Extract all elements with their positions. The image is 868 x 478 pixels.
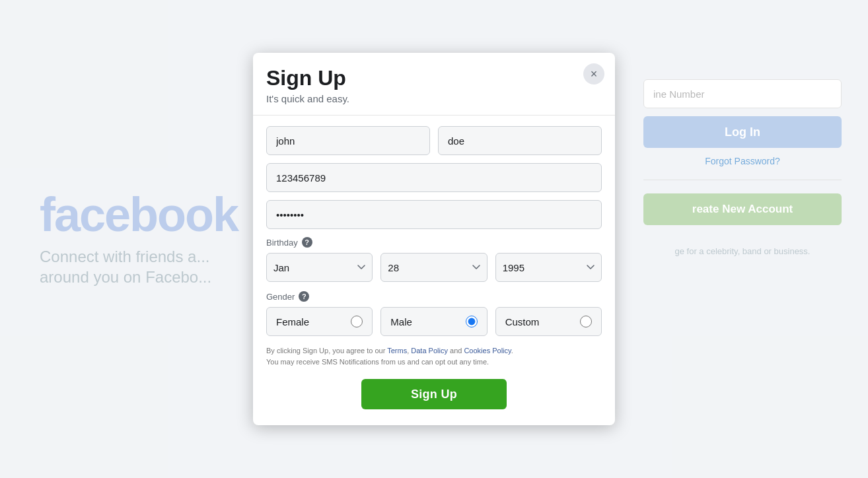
terms-text: By clicking Sign Up, you agree to our Te…: [266, 345, 602, 367]
gender-help-icon[interactable]: ?: [299, 291, 309, 302]
password-row: [266, 200, 602, 229]
signup-modal: Sign Up It's quick and easy. ×: [253, 53, 615, 425]
cookies-policy-link[interactable]: Cookies Policy: [464, 347, 511, 355]
modal-body: Birthday ? Jan Feb Mar Apr May Jun Jul A…: [253, 116, 615, 425]
last-name-input[interactable]: [438, 126, 602, 155]
modal-subtitle: It's quick and easy.: [266, 93, 602, 104]
gender-section: Gender ? Female Male Custom: [266, 291, 602, 336]
day-select[interactable]: 28 1 2: [380, 253, 487, 282]
modal-title: Sign Up: [266, 66, 602, 90]
gender-male-option[interactable]: Male: [380, 307, 487, 336]
gender-female-option[interactable]: Female: [266, 307, 373, 336]
gender-female-label: Female: [276, 316, 309, 327]
signup-button[interactable]: Sign Up: [361, 379, 507, 409]
close-button[interactable]: ×: [583, 63, 604, 85]
data-policy-link[interactable]: Data Policy: [411, 347, 448, 355]
gender-label-text: Gender: [266, 292, 295, 302]
gender-custom-option[interactable]: Custom: [495, 307, 602, 336]
birthday-label-row: Birthday ?: [266, 237, 602, 248]
gender-female-radio[interactable]: [351, 316, 363, 327]
password-input[interactable]: [266, 200, 602, 229]
email-input[interactable]: [266, 163, 602, 192]
birthday-label-text: Birthday: [266, 238, 298, 248]
terms-link[interactable]: Terms: [387, 347, 407, 355]
birthday-selects: Jan Feb Mar Apr May Jun Jul Aug Sep Oct …: [266, 253, 602, 282]
gender-options: Female Male Custom: [266, 307, 602, 336]
name-row: [266, 126, 602, 155]
email-row: [266, 163, 602, 192]
birthday-help-icon[interactable]: ?: [302, 237, 312, 248]
first-name-input[interactable]: [266, 126, 430, 155]
gender-label-row: Gender ?: [266, 291, 602, 302]
gender-custom-radio[interactable]: [580, 316, 592, 327]
gender-custom-label: Custom: [505, 316, 540, 327]
gender-male-label: Male: [390, 316, 412, 327]
modal-overlay: Sign Up It's quick and easy. ×: [0, 0, 868, 478]
modal-header: Sign Up It's quick and easy. ×: [253, 53, 615, 116]
month-select[interactable]: Jan Feb Mar Apr May Jun Jul Aug Sep Oct …: [266, 253, 373, 282]
year-select[interactable]: 1995 1990 2000: [495, 253, 602, 282]
birthday-section: Birthday ? Jan Feb Mar Apr May Jun Jul A…: [266, 237, 602, 282]
gender-male-radio[interactable]: [466, 316, 478, 327]
